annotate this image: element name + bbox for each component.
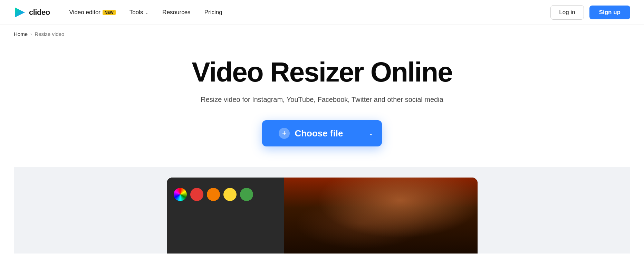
- preview-section: [14, 167, 630, 254]
- video-thumbnail: [284, 178, 478, 254]
- preview-right-panel: [284, 178, 478, 254]
- choose-file-label: Choose file: [295, 128, 343, 139]
- breadcrumb-separator: ›: [30, 31, 32, 37]
- login-button[interactable]: Log in: [550, 5, 584, 20]
- preview-app: [167, 178, 478, 254]
- preview-app-inner: [167, 178, 478, 254]
- nav-label-tools: Tools: [129, 9, 143, 16]
- nav-label-resources: Resources: [162, 9, 190, 16]
- header-actions: Log in Sign up: [550, 5, 630, 20]
- chevron-down-icon-dropdown: ⌄: [368, 130, 374, 137]
- new-badge: NEW: [103, 10, 116, 15]
- plus-icon: +: [279, 128, 290, 139]
- hero-title: Video Resizer Online: [192, 57, 452, 87]
- main-nav: Video editor NEW Tools ⌄ Resources Prici…: [64, 6, 228, 19]
- svg-marker-0: [15, 8, 25, 17]
- nav-label-video-editor: Video editor: [69, 9, 100, 16]
- nav-item-video-editor[interactable]: Video editor NEW: [64, 6, 121, 19]
- color-dot-yellow: [223, 188, 237, 201]
- logo-text: clideo: [29, 8, 50, 17]
- choose-file-button[interactable]: + Choose file: [262, 120, 359, 146]
- signup-button[interactable]: Sign up: [589, 6, 630, 19]
- logo[interactable]: clideo: [14, 6, 50, 19]
- nav-item-resources[interactable]: Resources: [157, 6, 196, 19]
- breadcrumb-home[interactable]: Home: [14, 31, 28, 37]
- chevron-down-icon-tools: ⌄: [145, 10, 148, 15]
- color-dot-red: [190, 188, 203, 201]
- nav-item-tools[interactable]: Tools ⌄: [124, 6, 154, 19]
- preview-container: [167, 178, 478, 254]
- nav-label-pricing: Pricing: [204, 9, 222, 16]
- nav-item-pricing[interactable]: Pricing: [199, 6, 228, 19]
- hero-subtitle: Resize video for Instagram, YouTube, Fac…: [201, 96, 443, 104]
- color-dot-orange: [207, 188, 220, 201]
- color-dot-green: [240, 188, 253, 201]
- choose-file-dropdown-button[interactable]: ⌄: [360, 120, 382, 146]
- logo-icon: [14, 6, 26, 19]
- choose-file-container: + Choose file ⌄: [262, 120, 382, 146]
- breadcrumb: Home › Resize video: [0, 25, 644, 43]
- color-dot-rainbow: [174, 188, 187, 201]
- main-content: Video Resizer Online Resize video for In…: [0, 43, 644, 254]
- color-dots: [174, 188, 277, 201]
- preview-left-panel: [167, 178, 284, 254]
- breadcrumb-current: Resize video: [35, 31, 64, 37]
